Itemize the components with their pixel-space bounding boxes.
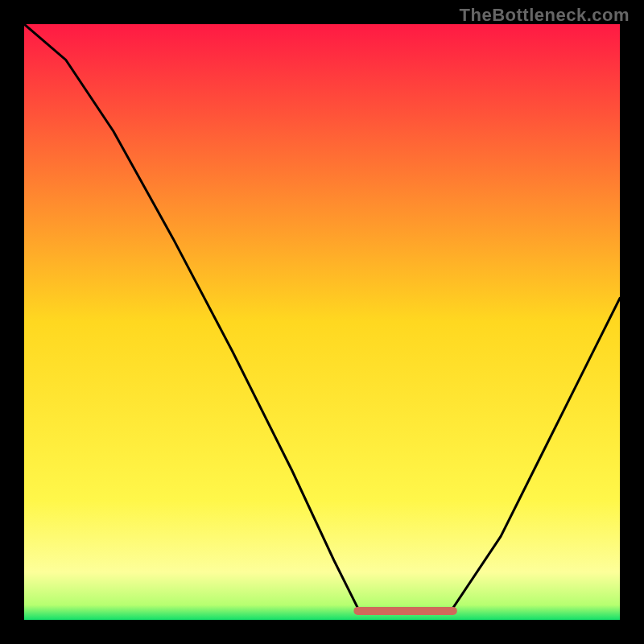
bottleneck-curve: [24, 24, 620, 614]
watermark-text: TheBottleneck.com: [460, 5, 630, 26]
plot-area: [24, 24, 620, 620]
chart-frame: TheBottleneck.com: [0, 0, 644, 644]
curve-layer: [24, 24, 620, 620]
